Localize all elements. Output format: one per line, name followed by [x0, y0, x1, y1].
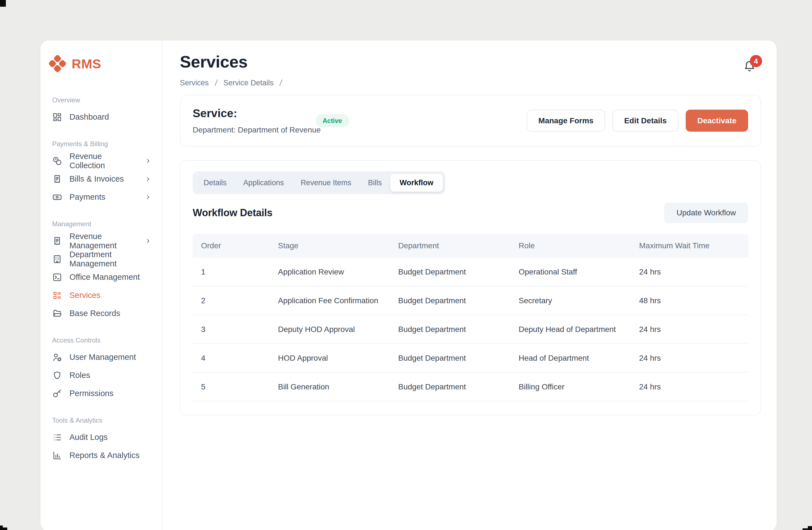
table-cell: 48 hrs	[631, 296, 748, 305]
breadcrumb-item[interactable]: Services	[180, 78, 209, 87]
table-cell: HOD Approval	[270, 354, 390, 363]
service-title: Service:	[193, 107, 321, 120]
table-header-row: OrderStageDepartmentRoleMaximum Wait Tim…	[193, 234, 748, 258]
workflow-details-heading: Workflow Details	[193, 207, 273, 219]
table-cell: Budget Department	[390, 296, 510, 305]
notifications-button[interactable]: 4	[743, 59, 756, 73]
sidebar-item-label: Department Management	[70, 250, 154, 268]
key-icon	[52, 389, 62, 399]
manage-forms-button[interactable]: Manage Forms	[527, 110, 605, 132]
table-row: 5Bill GenerationBudget DepartmentBilling…	[193, 373, 748, 401]
sidebar-item-label: Revenue Management	[70, 232, 137, 250]
sidebar-item-payments[interactable]: Payments	[52, 188, 154, 206]
sidebar-item-user-management[interactable]: User Management	[52, 348, 154, 366]
sidebar-item-revenue-collection[interactable]: Revenue Collection	[52, 152, 154, 170]
tab-applications[interactable]: Applications	[235, 174, 292, 192]
services-icon	[52, 290, 62, 300]
breadcrumb: Services/Service Details/	[180, 78, 282, 88]
table-cell: 1	[193, 268, 270, 276]
table-row: 2Application Fee ConfirmationBudget Depa…	[193, 286, 748, 315]
sidebar-section: Payments & BillingRevenue CollectionBill…	[52, 140, 154, 206]
sidebar-item-label: Office Management	[70, 273, 140, 282]
tab-bar: DetailsApplicationsRevenue ItemsBillsWor…	[193, 171, 445, 194]
receipt-icon	[52, 236, 62, 246]
sidebar-section-label: Management	[52, 220, 154, 228]
sidebar-item-label: Revenue Collection	[70, 152, 137, 170]
sidebar-section-label: Access Controls	[52, 336, 154, 344]
sidebar-item-bills-invoices[interactable]: Bills & Invoices	[52, 170, 154, 188]
edit-details-button[interactable]: Edit Details	[612, 110, 678, 132]
sidebar-item-reports-analytics[interactable]: Reports & Analytics	[52, 446, 154, 464]
sidebar-item-base-records[interactable]: Base Records	[52, 304, 154, 323]
tab-revenue-items[interactable]: Revenue Items	[292, 174, 360, 192]
table-cell: Application Review	[270, 268, 390, 276]
sidebar-item-label: Audit Logs	[70, 433, 107, 442]
sidebar-item-office-management[interactable]: Office Management	[52, 268, 154, 286]
service-department: Department: Department of Revenue	[193, 126, 321, 134]
tab-workflow[interactable]: Workflow	[390, 174, 443, 192]
sidebar-item-services[interactable]: Services	[52, 286, 154, 304]
receipt-icon	[52, 174, 62, 184]
table-cell: Budget Department	[390, 325, 510, 334]
sidebar-section-label: Payments & Billing	[52, 140, 154, 148]
sidebar-item-label: Dashboard	[70, 112, 109, 121]
sidebar-item-audit-logs[interactable]: Audit Logs	[52, 428, 154, 446]
chevron-right-icon	[144, 238, 152, 245]
breadcrumb-separator: /	[214, 78, 218, 88]
table-cell: Head of Department	[510, 354, 631, 363]
table-cell: Budget Department	[390, 354, 510, 363]
table-cell: Budget Department	[390, 383, 510, 391]
screen-artifact-bottom-right	[802, 528, 808, 530]
sidebar-item-label: Reports & Analytics	[70, 451, 140, 460]
chevron-right-icon	[144, 157, 152, 164]
table-cell: Deputy Head of Department	[510, 325, 631, 334]
bar-chart-icon	[52, 450, 62, 460]
table-cell: Billing Officer	[510, 383, 631, 391]
tab-bills[interactable]: Bills	[360, 174, 390, 192]
sidebar-item-label: User Management	[70, 353, 136, 362]
sidebar-item-roles[interactable]: Roles	[52, 366, 154, 384]
column-header: Stage	[270, 241, 390, 250]
terminal-icon	[52, 272, 62, 282]
sidebar-section: ManagementRevenue ManagementDepartment M…	[52, 220, 154, 323]
table-cell: Budget Department	[390, 268, 510, 276]
sidebar-item-dashboard[interactable]: Dashboard	[52, 108, 154, 126]
building-icon	[52, 254, 62, 264]
coins-icon	[52, 156, 62, 166]
breadcrumb-item[interactable]: Service Details	[223, 78, 274, 87]
sidebar-section-label: Tools & Analytics	[52, 416, 154, 424]
chevron-right-icon	[144, 194, 152, 201]
table-cell: Operational Staff	[510, 268, 631, 276]
app-window: RMS OverviewDashboardPayments & BillingR…	[41, 41, 777, 530]
column-header: Department	[390, 241, 510, 250]
banknote-icon	[52, 192, 62, 202]
update-workflow-button[interactable]: Update Workflow	[664, 202, 748, 223]
deactivate-button[interactable]: Deactivate	[686, 110, 748, 132]
dashboard-icon	[52, 112, 62, 122]
notification-count-badge: 4	[750, 55, 762, 67]
sidebar-item-department-management[interactable]: Department Management	[52, 250, 154, 268]
tab-details[interactable]: Details	[195, 174, 235, 192]
table-cell: Deputy HOD Approval	[270, 325, 390, 334]
sidebar-item-permissions[interactable]: Permissions	[52, 384, 154, 402]
breadcrumb-separator: /	[279, 78, 283, 88]
folder-icon	[52, 309, 62, 318]
rms-logomark-icon	[49, 55, 66, 72]
table-cell: 24 hrs	[631, 383, 748, 391]
service-summary-card: Service: Department: Department of Reven…	[180, 95, 761, 146]
page-header: Services Services/Service Details/ 4	[180, 52, 761, 88]
table-cell: 3	[193, 325, 270, 334]
sidebar-section-label: Overview	[52, 96, 154, 104]
status-badge: Active	[315, 114, 349, 127]
screen-artifact-bottom-left	[0, 528, 7, 530]
table-cell: Application Fee Confirmation	[270, 296, 390, 305]
table-body: 1Application ReviewBudget DepartmentOper…	[193, 258, 748, 401]
sidebar-section: Access ControlsUser ManagementRolesPermi…	[52, 336, 154, 402]
sidebar-section: OverviewDashboard	[52, 96, 154, 126]
sidebar-item-revenue-management[interactable]: Revenue Management	[52, 232, 154, 250]
workflow-header-row: Workflow Details Update Workflow	[193, 202, 748, 223]
screen-artifact-bottom-right	[808, 526, 812, 530]
table-cell: 2	[193, 296, 270, 305]
sidebar: RMS OverviewDashboardPayments & BillingR…	[41, 41, 162, 530]
table-cell: 5	[193, 383, 270, 391]
